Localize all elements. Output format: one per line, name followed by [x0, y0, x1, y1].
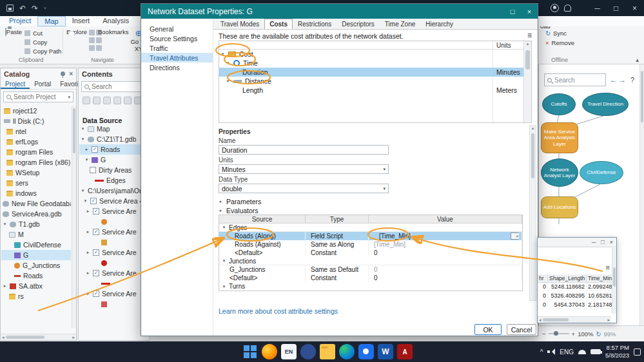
maximize-button[interactable]: □	[607, 0, 625, 16]
name-input[interactable]	[222, 146, 385, 154]
tree-item[interactable]: ▸✓Service Are	[79, 227, 144, 237]
junctions-group-row[interactable]: ▾ Junctions	[219, 257, 522, 265]
ok-button[interactable]: OK	[474, 324, 502, 335]
tree-item[interactable]: ll Disk (C:)	[1, 116, 71, 126]
table-row[interactable]: 0 5248.118682 2.099248	[538, 283, 612, 291]
zoom-slider[interactable]	[549, 333, 569, 334]
list-by-drawing-order-icon[interactable]	[83, 97, 90, 104]
tab-time-zone[interactable]: Time Zone	[380, 19, 420, 29]
table-minimize-icon[interactable]: ─	[592, 239, 596, 245]
tab-hierarchy[interactable]: Hierarchy	[420, 19, 458, 29]
previous-extent-tools[interactable]	[89, 45, 102, 51]
tray-chevron-icon[interactable]: ^	[540, 348, 543, 356]
collapse-ribbon-button[interactable]: ▴	[636, 56, 639, 63]
sync-button[interactable]: ↻ Sync	[545, 30, 567, 37]
attr-row-duration[interactable]: Duration Minutes	[219, 68, 531, 77]
ribbon-tab-insert[interactable]: Insert	[66, 16, 97, 26]
tree-item[interactable]: WSetup	[1, 167, 71, 178]
column-header[interactable]: Time_Min	[587, 274, 612, 282]
model-node-civildefense[interactable]: CivilDefense	[580, 161, 623, 184]
checkbox[interactable]: ✓	[93, 208, 99, 214]
cancel-button[interactable]: Cancel	[507, 324, 536, 335]
tree-item[interactable]: ▾T1.gdb	[1, 219, 71, 229]
tree-item-selected[interactable]: G	[1, 250, 71, 260]
tree-item[interactable]: indows	[1, 188, 71, 198]
qat-caret-icon[interactable]: ▾	[44, 6, 46, 11]
edge-icon[interactable]	[339, 344, 355, 359]
notification-center-icon[interactable]	[634, 348, 641, 356]
attr-row-length[interactable]: Length Meters	[219, 86, 531, 95]
tree-item[interactable]: G_Junctions	[1, 260, 71, 271]
expander-icon[interactable]: ▾	[81, 137, 85, 142]
evaluators-section-toggle[interactable]: ▸ Evaluators	[219, 207, 259, 214]
expander-icon[interactable]: ▾	[83, 198, 88, 204]
line-symbol[interactable]	[95, 180, 104, 182]
evaluator-row-g-junctions[interactable]: G_Junctions Same as Default 0	[219, 265, 522, 274]
tree-item[interactable]: M	[1, 229, 71, 240]
checkbox[interactable]: ✓	[92, 146, 98, 153]
type-column-header[interactable]: Type	[306, 215, 369, 223]
model-search-box[interactable]: Search	[544, 73, 606, 86]
scroll-right-icon[interactable]: ▸	[607, 318, 610, 323]
tab-travel-modes[interactable]: Travel Modes	[215, 19, 264, 29]
extent-tools[interactable]	[89, 37, 102, 43]
ribbon-tab-analysis[interactable]: Analysis	[96, 16, 135, 26]
undo-icon[interactable]: ↶	[19, 4, 26, 13]
tree-item[interactable]: ▸✓Service Are	[79, 268, 144, 278]
nav-back-icon[interactable]: ←	[610, 76, 617, 84]
checkbox[interactable]: ✓	[90, 198, 97, 204]
save-icon[interactable]	[6, 5, 14, 12]
attr-row-cost[interactable]: ▾ Cost	[219, 50, 531, 59]
expander-icon[interactable]: ▾	[81, 126, 85, 131]
expander-icon[interactable]: ▾	[3, 222, 7, 227]
word-icon[interactable]: W	[378, 344, 393, 359]
bookmarks-button[interactable]: Bookmarks	[98, 28, 126, 35]
speaker-icon[interactable]	[547, 348, 555, 355]
table-row[interactable]: 0 5326.408295 10.652817	[538, 292, 612, 300]
nav-item-general[interactable]: General	[141, 24, 213, 33]
tree-item[interactable]: ServiceArea.gdb	[1, 209, 71, 219]
clock[interactable]: 8:57 PM 5/8/2023	[605, 344, 629, 359]
expander-icon[interactable]: ▸	[3, 283, 7, 289]
wifi-icon[interactable]	[578, 350, 586, 354]
acrobat-icon[interactable]: A	[397, 344, 413, 359]
expander-icon[interactable]: ▾	[81, 188, 85, 193]
start-icon[interactable]	[242, 344, 258, 359]
attr-row-distance[interactable]: ▾ Distance	[219, 77, 531, 86]
properties-scrollbar[interactable]: ▴	[529, 125, 536, 301]
help-icon[interactable]: ?	[630, 76, 634, 84]
list-by-data-source-icon[interactable]	[93, 97, 101, 104]
table-horizontal-scrollbar[interactable]: ◂ ▸	[538, 316, 611, 323]
attr-table-scrollbar[interactable]: ▴	[523, 41, 531, 122]
cut-button[interactable]: Cut	[24, 30, 43, 37]
table-maximize-icon[interactable]: □	[601, 239, 604, 245]
evaluator-row-roads-against[interactable]: Roads (Against) Same as Along [Time_Min]	[219, 240, 522, 249]
expander-icon[interactable]: ▾	[226, 61, 230, 66]
expander-icon[interactable]: ▸	[86, 209, 90, 214]
tree-item[interactable]: Edges	[79, 175, 144, 186]
nav-forward-icon[interactable]: →	[619, 76, 626, 84]
scroll-up-icon[interactable]: ▴	[527, 41, 529, 46]
user-account-icon[interactable]	[551, 4, 559, 12]
checkbox[interactable]: ✓	[93, 270, 99, 276]
tree-item[interactable]: ▸✓Service Are	[79, 206, 144, 216]
model-node-add-locations[interactable]: Add Locations	[541, 196, 578, 218]
units-select[interactable]: Minutes ▾	[219, 164, 389, 174]
paste-button[interactable]: Paste	[4, 28, 23, 35]
list-by-selection-icon[interactable]	[103, 97, 111, 104]
expander-icon[interactable]: ▸	[86, 250, 90, 255]
tab-costs[interactable]: Costs	[264, 19, 293, 29]
layer-symbol-row[interactable]	[79, 216, 144, 227]
tree-item[interactable]: Roads	[1, 271, 71, 281]
parameters-section-toggle[interactable]: ▸ Parameters	[219, 198, 261, 205]
expander-icon[interactable]: ▾	[84, 157, 89, 162]
evaluator-row-edges-default[interactable]: <Default> Constant 0	[219, 249, 522, 257]
tree-item[interactable]: ▸✓Service Are	[79, 247, 144, 258]
name-field[interactable]	[219, 145, 389, 155]
expander-icon[interactable]: ▾	[226, 79, 230, 84]
tree-item[interactable]: CivilDefense	[1, 240, 71, 250]
ribbon-tab-project[interactable]: Project	[3, 16, 37, 26]
list-by-editing-icon[interactable]	[113, 97, 121, 104]
remove-button[interactable]: × Remove	[545, 39, 574, 46]
evaluator-row-junctions-default[interactable]: <Default> Constant 0	[219, 274, 522, 282]
